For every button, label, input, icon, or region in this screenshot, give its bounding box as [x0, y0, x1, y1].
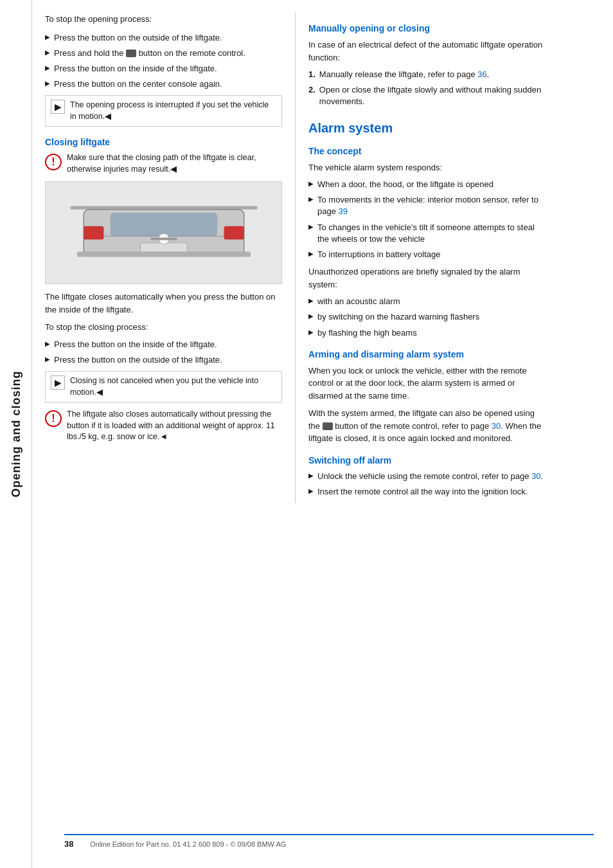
bullet-triangle: ▶ — [45, 48, 50, 57]
switching-bullets-list: ▶ Unlock the vehicle using the remote co… — [308, 471, 546, 498]
bullet-triangle: ▶ — [45, 355, 50, 364]
stop-opening-list: ▶ Press the button on the outside of the… — [45, 32, 282, 91]
bullet-text: Insert the remote control all the way in… — [317, 486, 546, 498]
list-item: ▶ To changes in the vehicle's tilt if so… — [308, 222, 546, 245]
note-opening: ▶ The opening process is interrupted if … — [45, 95, 282, 127]
bullet-triangle: ▶ — [308, 487, 314, 496]
stop-closing-list: ▶ Press the button on the inside of the … — [45, 339, 282, 366]
svg-rect-2 — [110, 213, 217, 236]
concept-bullets-list: ▶ When a door, the hood, or the liftgate… — [308, 179, 546, 260]
page-link-30b[interactable]: 30 — [531, 471, 540, 481]
list-item: ▶ Press and hold the button on the remot… — [45, 48, 282, 59]
list-item: ▶ When a door, the hood, or the liftgate… — [308, 179, 546, 190]
alarm-signals-list: ▶ with an acoustic alarm ▶ by switching … — [308, 296, 546, 339]
warning-icon: ! — [45, 154, 62, 170]
alarm-system-heading: Alarm system — [308, 121, 546, 136]
bullet-text: by flashing the high beams — [317, 327, 546, 339]
bullet-triangle: ▶ — [45, 33, 50, 42]
page-link-39[interactable]: 39 — [339, 206, 348, 216]
list-item: 2. Open or close the liftgate slowly and… — [308, 84, 546, 107]
unauthorized-text: Unauthorized operations are briefly sign… — [308, 266, 546, 291]
bullet-triangle: ▶ — [45, 64, 50, 73]
bullet-text: Press the button on the outside of the l… — [54, 32, 282, 44]
list-item: ▶ Unlock the vehicle using the remote co… — [308, 471, 546, 482]
left-column: To stop the opening process: ▶ Press the… — [45, 13, 296, 503]
footer-page-num: 38 — [64, 839, 84, 849]
sidebar: Opening and closing — [0, 0, 32, 868]
content-area: To stop the opening process: ▶ Press the… — [45, 13, 597, 503]
remote-icon — [323, 422, 333, 430]
bullet-triangle: ▶ — [308, 296, 314, 305]
bullet-triangle: ▶ — [308, 179, 314, 188]
bullet-triangle: ▶ — [45, 339, 50, 348]
list-item: ▶ by switching on the hazard warning fla… — [308, 311, 546, 323]
bullet-text: Press the button on the outside of the l… — [54, 354, 282, 366]
svg-rect-5 — [224, 226, 244, 240]
bullet-triangle: ▶ — [308, 249, 314, 258]
bullet-triangle: ▶ — [308, 195, 314, 204]
car-image — [45, 181, 282, 284]
footer-edition-text: Online Edition for Part no. 01 41 2 600 … — [90, 840, 286, 848]
manually-heading: Manually opening or closing — [308, 23, 546, 33]
page-link-36[interactable]: 36 — [477, 69, 486, 79]
note-closing: ▶ Closing is not canceled when you put t… — [45, 371, 282, 402]
bullet-triangle: ▶ — [308, 471, 314, 480]
note-text: The opening process is interrupted if yo… — [70, 100, 276, 122]
right-column: Manually opening or closing In case of a… — [296, 13, 546, 503]
closing-liftgate-heading: Closing liftgate — [45, 137, 282, 147]
stop-opening-intro: To stop the opening process: — [45, 13, 282, 26]
sidebar-label: Opening and closing — [10, 370, 23, 497]
bullet-text: When a door, the hood, or the liftgate i… — [317, 179, 546, 190]
car-svg — [64, 190, 264, 276]
svg-rect-4 — [84, 226, 103, 240]
concept-intro: The vehicle alarm system responds: — [308, 161, 546, 174]
svg-rect-9 — [150, 238, 177, 240]
arming-text2: With the system armed, the liftgate can … — [308, 407, 546, 445]
page-footer: 38 Online Edition for Part no. 01 41 2 6… — [64, 834, 594, 849]
step-text: Manually release the liftgate, refer to … — [319, 69, 490, 80]
warning-icon: ! — [45, 410, 62, 427]
list-item: 1. Manually release the liftgate, refer … — [308, 69, 546, 80]
remote-icon — [126, 50, 136, 57]
list-item: ▶ Press the button on the outside of the… — [45, 354, 282, 366]
list-item: ▶ Press the button on the outside of the… — [45, 32, 282, 44]
list-item: ▶ To interruptions in battery voltage — [308, 249, 546, 260]
note-icon: ▶ — [51, 375, 65, 390]
note-icon: ▶ — [51, 100, 65, 114]
switching-heading: Switching off alarm — [308, 455, 546, 466]
arming-heading: Arming and disarming alarm system — [308, 349, 546, 359]
warning-auto: ! The liftgate also closes automatically… — [45, 409, 282, 443]
warning-text: The liftgate also closes automatically w… — [67, 409, 282, 443]
list-item: ▶ Press the button on the inside of the … — [45, 63, 282, 75]
list-item: ▶ Press the button on the center console… — [45, 78, 282, 90]
bullet-triangle: ▶ — [308, 328, 314, 337]
concept-heading: The concept — [308, 146, 546, 156]
bullet-text: Press the button on the inside of the li… — [54, 63, 282, 75]
bullet-text: Press and hold the button on the remote … — [54, 48, 282, 59]
page-link-30[interactable]: 30 — [492, 421, 501, 431]
bullet-triangle: ▶ — [308, 222, 314, 231]
bullet-text: Press the button on the inside of the li… — [54, 339, 282, 350]
svg-rect-7 — [76, 251, 250, 257]
list-item: ▶ To movements in the vehicle: interior … — [308, 194, 546, 217]
arming-text1: When you lock or unlock the vehicle, eit… — [308, 365, 546, 402]
bullet-text: by switching on the hazard warning flash… — [317, 311, 546, 323]
list-item: ▶ by flashing the high beams — [308, 327, 546, 339]
warning-text: Make sure that the closing path of the l… — [67, 152, 282, 175]
list-item: ▶ with an acoustic alarm — [308, 296, 546, 307]
step-num: 1. — [308, 69, 315, 80]
note-text: Closing is not canceled when you put the… — [70, 375, 276, 398]
page-wrapper: Opening and closing To stop the opening … — [0, 0, 613, 868]
bullet-triangle: ▶ — [45, 79, 50, 88]
bullet-text: To changes in the vehicle's tilt if some… — [317, 222, 546, 245]
warning-closing: ! Make sure that the closing path of the… — [45, 152, 282, 175]
liftgate-auto-close: The liftgate closes automatically when y… — [45, 291, 282, 316]
bullet-text: To interruptions in battery voltage — [317, 249, 546, 260]
bullet-text: Press the button on the center console a… — [54, 78, 282, 90]
bullet-text: Unlock the vehicle using the remote cont… — [317, 471, 546, 482]
bullet-text: with an acoustic alarm — [317, 296, 546, 307]
bullet-text: To movements in the vehicle: interior mo… — [317, 194, 546, 217]
stop-closing-intro: To stop the closing process: — [45, 321, 282, 334]
step-num: 2. — [308, 84, 315, 96]
list-item: ▶ Insert the remote control all the way … — [308, 486, 546, 498]
